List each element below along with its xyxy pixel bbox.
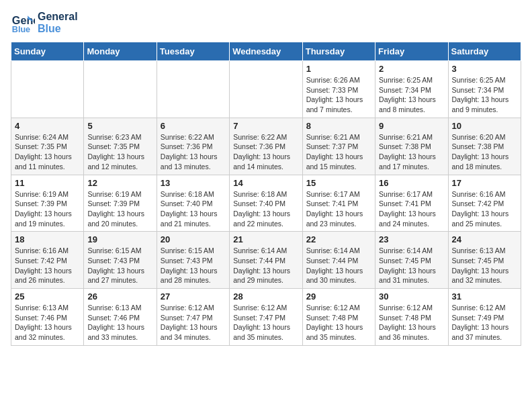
calendar-week-row: 25Sunrise: 6:13 AM Sunset: 7:46 PM Dayli… bbox=[11, 289, 521, 346]
day-info: Sunrise: 6:21 AM Sunset: 7:37 PM Dayligh… bbox=[306, 132, 371, 172]
day-number: 2 bbox=[379, 64, 444, 74]
day-number: 1 bbox=[306, 64, 371, 74]
calendar-cell: 31Sunrise: 6:12 AM Sunset: 7:49 PM Dayli… bbox=[448, 289, 521, 346]
day-info: Sunrise: 6:20 AM Sunset: 7:38 PM Dayligh… bbox=[452, 132, 517, 172]
calendar-cell: 12Sunrise: 6:19 AM Sunset: 7:39 PM Dayli… bbox=[84, 175, 157, 232]
day-number: 17 bbox=[452, 178, 517, 188]
calendar-cell bbox=[84, 61, 157, 118]
calendar-week-row: 1Sunrise: 6:26 AM Sunset: 7:33 PM Daylig… bbox=[11, 61, 521, 118]
day-number: 3 bbox=[452, 64, 517, 74]
day-number: 10 bbox=[452, 121, 517, 131]
day-info: Sunrise: 6:19 AM Sunset: 7:39 PM Dayligh… bbox=[15, 189, 80, 229]
day-number: 27 bbox=[161, 291, 226, 302]
logo-text: General Blue bbox=[38, 11, 78, 34]
day-info: Sunrise: 6:13 AM Sunset: 7:46 PM Dayligh… bbox=[15, 303, 80, 342]
day-of-week-header: Tuesday bbox=[157, 42, 229, 61]
day-number: 13 bbox=[161, 178, 226, 188]
calendar-cell: 15Sunrise: 6:17 AM Sunset: 7:41 PM Dayli… bbox=[302, 175, 375, 232]
day-number: 6 bbox=[161, 121, 226, 131]
day-number: 15 bbox=[306, 178, 371, 188]
calendar-cell: 8Sunrise: 6:21 AM Sunset: 7:37 PM Daylig… bbox=[302, 118, 375, 175]
calendar-cell bbox=[11, 61, 84, 118]
day-info: Sunrise: 6:19 AM Sunset: 7:39 PM Dayligh… bbox=[87, 189, 152, 229]
day-info: Sunrise: 6:16 AM Sunset: 7:42 PM Dayligh… bbox=[15, 246, 80, 285]
day-number: 11 bbox=[15, 178, 80, 188]
day-info: Sunrise: 6:15 AM Sunset: 7:43 PM Dayligh… bbox=[161, 246, 226, 285]
day-number: 9 bbox=[379, 121, 444, 131]
day-info: Sunrise: 6:22 AM Sunset: 7:36 PM Dayligh… bbox=[161, 132, 226, 172]
day-info: Sunrise: 6:12 AM Sunset: 7:48 PM Dayligh… bbox=[306, 303, 371, 342]
calendar-cell: 14Sunrise: 6:18 AM Sunset: 7:40 PM Dayli… bbox=[230, 175, 302, 232]
day-info: Sunrise: 6:13 AM Sunset: 7:46 PM Dayligh… bbox=[87, 303, 152, 342]
calendar-cell: 13Sunrise: 6:18 AM Sunset: 7:40 PM Dayli… bbox=[157, 175, 229, 232]
day-number: 12 bbox=[87, 178, 152, 188]
day-number: 24 bbox=[452, 234, 517, 244]
day-number: 14 bbox=[233, 178, 298, 188]
calendar-cell: 19Sunrise: 6:15 AM Sunset: 7:43 PM Dayli… bbox=[84, 232, 157, 289]
day-number: 16 bbox=[379, 178, 444, 188]
day-number: 5 bbox=[87, 121, 152, 131]
calendar-cell: 27Sunrise: 6:12 AM Sunset: 7:47 PM Dayli… bbox=[157, 289, 229, 346]
calendar-cell: 21Sunrise: 6:14 AM Sunset: 7:44 PM Dayli… bbox=[230, 232, 302, 289]
calendar-cell: 10Sunrise: 6:20 AM Sunset: 7:38 PM Dayli… bbox=[448, 118, 521, 175]
day-info: Sunrise: 6:13 AM Sunset: 7:45 PM Dayligh… bbox=[452, 246, 517, 285]
day-of-week-header: Wednesday bbox=[230, 42, 302, 61]
calendar-cell: 29Sunrise: 6:12 AM Sunset: 7:48 PM Dayli… bbox=[302, 289, 375, 346]
day-number: 4 bbox=[15, 121, 80, 131]
day-of-week-header: Friday bbox=[375, 42, 448, 61]
day-info: Sunrise: 6:22 AM Sunset: 7:36 PM Dayligh… bbox=[233, 132, 298, 172]
day-number: 22 bbox=[306, 234, 371, 244]
day-number: 28 bbox=[233, 291, 298, 302]
calendar-cell: 16Sunrise: 6:17 AM Sunset: 7:41 PM Dayli… bbox=[375, 175, 448, 232]
calendar-cell: 11Sunrise: 6:19 AM Sunset: 7:39 PM Dayli… bbox=[11, 175, 84, 232]
day-info: Sunrise: 6:23 AM Sunset: 7:35 PM Dayligh… bbox=[87, 132, 152, 172]
calendar-week-row: 11Sunrise: 6:19 AM Sunset: 7:39 PM Dayli… bbox=[11, 175, 521, 232]
calendar-cell: 23Sunrise: 6:14 AM Sunset: 7:45 PM Dayli… bbox=[375, 232, 448, 289]
day-number: 7 bbox=[233, 121, 298, 131]
logo-icon: General Blue bbox=[11, 11, 35, 35]
calendar-cell: 7Sunrise: 6:22 AM Sunset: 7:36 PM Daylig… bbox=[230, 118, 302, 175]
day-number: 29 bbox=[306, 291, 371, 302]
calendar-cell: 25Sunrise: 6:13 AM Sunset: 7:46 PM Dayli… bbox=[11, 289, 84, 346]
calendar-week-row: 18Sunrise: 6:16 AM Sunset: 7:42 PM Dayli… bbox=[11, 232, 521, 289]
day-info: Sunrise: 6:25 AM Sunset: 7:34 PM Dayligh… bbox=[452, 75, 517, 115]
day-info: Sunrise: 6:17 AM Sunset: 7:41 PM Dayligh… bbox=[379, 189, 444, 229]
calendar-week-row: 4Sunrise: 6:24 AM Sunset: 7:35 PM Daylig… bbox=[11, 118, 521, 175]
day-info: Sunrise: 6:24 AM Sunset: 7:35 PM Dayligh… bbox=[15, 132, 80, 172]
calendar-cell: 22Sunrise: 6:14 AM Sunset: 7:44 PM Dayli… bbox=[302, 232, 375, 289]
calendar-cell: 17Sunrise: 6:16 AM Sunset: 7:42 PM Dayli… bbox=[448, 175, 521, 232]
day-number: 31 bbox=[452, 291, 517, 302]
calendar-header-row: SundayMondayTuesdayWednesdayThursdayFrid… bbox=[11, 42, 521, 61]
calendar-table: SundayMondayTuesdayWednesdayThursdayFrid… bbox=[11, 42, 521, 346]
day-info: Sunrise: 6:18 AM Sunset: 7:40 PM Dayligh… bbox=[161, 189, 226, 229]
day-info: Sunrise: 6:12 AM Sunset: 7:47 PM Dayligh… bbox=[233, 303, 298, 342]
calendar-cell: 9Sunrise: 6:21 AM Sunset: 7:38 PM Daylig… bbox=[375, 118, 448, 175]
day-info: Sunrise: 6:12 AM Sunset: 7:48 PM Dayligh… bbox=[379, 303, 444, 342]
day-number: 26 bbox=[87, 291, 152, 302]
day-number: 20 bbox=[161, 234, 226, 244]
day-of-week-header: Sunday bbox=[11, 42, 84, 61]
calendar-cell bbox=[157, 61, 229, 118]
day-of-week-header: Thursday bbox=[302, 42, 375, 61]
day-info: Sunrise: 6:21 AM Sunset: 7:38 PM Dayligh… bbox=[379, 132, 444, 172]
calendar-cell: 28Sunrise: 6:12 AM Sunset: 7:47 PM Dayli… bbox=[230, 289, 302, 346]
day-info: Sunrise: 6:14 AM Sunset: 7:44 PM Dayligh… bbox=[233, 246, 298, 285]
day-info: Sunrise: 6:12 AM Sunset: 7:47 PM Dayligh… bbox=[161, 303, 226, 342]
calendar-cell: 26Sunrise: 6:13 AM Sunset: 7:46 PM Dayli… bbox=[84, 289, 157, 346]
day-of-week-header: Monday bbox=[84, 42, 157, 61]
day-info: Sunrise: 6:17 AM Sunset: 7:41 PM Dayligh… bbox=[306, 189, 371, 229]
logo: General Blue General Blue bbox=[11, 11, 78, 35]
calendar-cell: 4Sunrise: 6:24 AM Sunset: 7:35 PM Daylig… bbox=[11, 118, 84, 175]
calendar-cell: 1Sunrise: 6:26 AM Sunset: 7:33 PM Daylig… bbox=[302, 61, 375, 118]
calendar-cell: 18Sunrise: 6:16 AM Sunset: 7:42 PM Dayli… bbox=[11, 232, 84, 289]
calendar-cell: 24Sunrise: 6:13 AM Sunset: 7:45 PM Dayli… bbox=[448, 232, 521, 289]
day-number: 8 bbox=[306, 121, 371, 131]
header: General Blue General Blue bbox=[11, 11, 521, 35]
calendar-cell: 5Sunrise: 6:23 AM Sunset: 7:35 PM Daylig… bbox=[84, 118, 157, 175]
day-info: Sunrise: 6:26 AM Sunset: 7:33 PM Dayligh… bbox=[306, 75, 371, 115]
calendar-cell: 30Sunrise: 6:12 AM Sunset: 7:48 PM Dayli… bbox=[375, 289, 448, 346]
day-info: Sunrise: 6:14 AM Sunset: 7:45 PM Dayligh… bbox=[379, 246, 444, 285]
day-info: Sunrise: 6:18 AM Sunset: 7:40 PM Dayligh… bbox=[233, 189, 298, 229]
svg-text:Blue: Blue bbox=[12, 25, 30, 34]
day-info: Sunrise: 6:25 AM Sunset: 7:34 PM Dayligh… bbox=[379, 75, 444, 115]
